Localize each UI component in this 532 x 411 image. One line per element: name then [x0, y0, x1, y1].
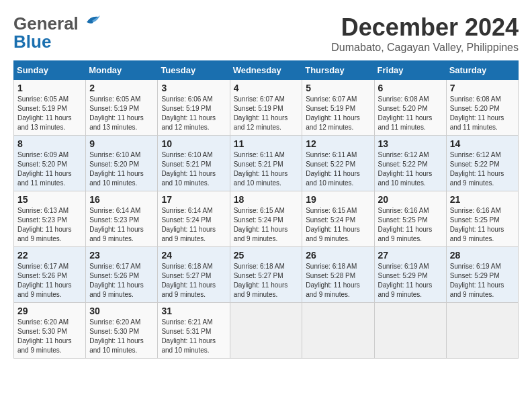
calendar-cell: 4Sunrise: 6:07 AM Sunset: 5:19 PM Daylig… — [230, 80, 302, 136]
day-info: Sunrise: 6:08 AM Sunset: 5:20 PM Dayligh… — [450, 95, 515, 132]
calendar-cell: 30Sunrise: 6:20 AM Sunset: 5:30 PM Dayli… — [86, 303, 158, 359]
day-number: 27 — [378, 250, 443, 261]
day-number: 24 — [161, 250, 226, 261]
subtitle: Dumabato, Cagayan Valley, Philippines — [331, 42, 519, 54]
day-info: Sunrise: 6:09 AM Sunset: 5:20 PM Dayligh… — [17, 150, 82, 188]
day-number: 19 — [306, 194, 370, 205]
calendar-cell: 13Sunrise: 6:12 AM Sunset: 5:22 PM Dayli… — [374, 136, 446, 191]
calendar-cell: 5Sunrise: 6:07 AM Sunset: 5:19 PM Daylig… — [302, 80, 374, 136]
day-number: 7 — [450, 83, 515, 93]
day-info: Sunrise: 6:20 AM Sunset: 5:30 PM Dayligh… — [17, 318, 82, 355]
calendar-week-row: 29Sunrise: 6:20 AM Sunset: 5:30 PM Dayli… — [14, 303, 519, 359]
calendar-day-header: Tuesday — [158, 61, 230, 80]
calendar-cell: 8Sunrise: 6:09 AM Sunset: 5:20 PM Daylig… — [14, 136, 86, 191]
page-header: General Blue December 2024 Dumabato, Cag… — [13, 13, 519, 54]
calendar-day-header: Thursday — [302, 61, 374, 80]
calendar-week-row: 15Sunrise: 6:13 AM Sunset: 5:23 PM Dayli… — [14, 191, 519, 247]
logo-blue-text: Blue — [13, 32, 51, 52]
calendar-cell: 27Sunrise: 6:19 AM Sunset: 5:29 PM Dayli… — [374, 247, 446, 303]
day-number: 29 — [17, 306, 82, 316]
calendar-cell: 11Sunrise: 6:11 AM Sunset: 5:21 PM Dayli… — [230, 136, 302, 191]
calendar-cell: 28Sunrise: 6:19 AM Sunset: 5:29 PM Dayli… — [446, 247, 518, 303]
day-number: 10 — [161, 138, 226, 149]
day-info: Sunrise: 6:14 AM Sunset: 5:23 PM Dayligh… — [89, 206, 154, 244]
day-number: 9 — [89, 138, 154, 149]
calendar-week-row: 22Sunrise: 6:17 AM Sunset: 5:26 PM Dayli… — [14, 247, 519, 303]
day-info: Sunrise: 6:17 AM Sunset: 5:26 PM Dayligh… — [89, 262, 154, 300]
calendar-cell — [230, 303, 302, 359]
calendar-day-header: Friday — [374, 61, 446, 80]
day-info: Sunrise: 6:15 AM Sunset: 5:24 PM Dayligh… — [306, 206, 370, 244]
calendar-cell: 14Sunrise: 6:12 AM Sunset: 5:22 PM Dayli… — [446, 136, 518, 191]
calendar-cell: 26Sunrise: 6:18 AM Sunset: 5:28 PM Dayli… — [302, 247, 374, 303]
day-info: Sunrise: 6:16 AM Sunset: 5:25 PM Dayligh… — [378, 206, 443, 244]
calendar-cell: 22Sunrise: 6:17 AM Sunset: 5:26 PM Dayli… — [14, 247, 86, 303]
calendar-header: SundayMondayTuesdayWednesdayThursdayFrid… — [14, 61, 519, 80]
day-number: 15 — [17, 194, 82, 205]
calendar-cell: 21Sunrise: 6:16 AM Sunset: 5:25 PM Dayli… — [446, 191, 518, 247]
day-info: Sunrise: 6:15 AM Sunset: 5:24 PM Dayligh… — [234, 206, 299, 244]
calendar-cell: 23Sunrise: 6:17 AM Sunset: 5:26 PM Dayli… — [86, 247, 158, 303]
day-number: 21 — [450, 194, 515, 205]
calendar-day-header: Saturday — [446, 61, 518, 80]
calendar-cell: 10Sunrise: 6:10 AM Sunset: 5:21 PM Dayli… — [158, 136, 230, 191]
day-info: Sunrise: 6:18 AM Sunset: 5:27 PM Dayligh… — [161, 262, 226, 300]
day-info: Sunrise: 6:20 AM Sunset: 5:30 PM Dayligh… — [89, 318, 154, 355]
calendar-cell — [374, 303, 446, 359]
calendar-cell: 29Sunrise: 6:20 AM Sunset: 5:30 PM Dayli… — [14, 303, 86, 359]
day-info: Sunrise: 6:11 AM Sunset: 5:22 PM Dayligh… — [306, 150, 370, 188]
calendar-cell: 3Sunrise: 6:06 AM Sunset: 5:19 PM Daylig… — [158, 80, 230, 136]
day-info: Sunrise: 6:12 AM Sunset: 5:22 PM Dayligh… — [450, 150, 515, 188]
day-number: 22 — [17, 250, 82, 261]
day-number: 31 — [161, 306, 226, 316]
day-number: 8 — [17, 138, 82, 149]
day-info: Sunrise: 6:10 AM Sunset: 5:20 PM Dayligh… — [89, 150, 154, 188]
day-info: Sunrise: 6:10 AM Sunset: 5:21 PM Dayligh… — [161, 150, 226, 188]
day-info: Sunrise: 6:17 AM Sunset: 5:26 PM Dayligh… — [17, 262, 82, 300]
calendar-cell — [446, 303, 518, 359]
day-info: Sunrise: 6:13 AM Sunset: 5:23 PM Dayligh… — [17, 206, 82, 244]
day-info: Sunrise: 6:19 AM Sunset: 5:29 PM Dayligh… — [378, 262, 443, 300]
day-number: 4 — [234, 83, 299, 93]
day-info: Sunrise: 6:06 AM Sunset: 5:19 PM Dayligh… — [161, 95, 226, 132]
calendar-cell: 15Sunrise: 6:13 AM Sunset: 5:23 PM Dayli… — [14, 191, 86, 247]
day-number: 11 — [234, 138, 299, 149]
day-info: Sunrise: 6:18 AM Sunset: 5:27 PM Dayligh… — [234, 262, 299, 300]
day-info: Sunrise: 6:08 AM Sunset: 5:20 PM Dayligh… — [378, 95, 443, 132]
day-info: Sunrise: 6:05 AM Sunset: 5:19 PM Dayligh… — [89, 95, 154, 132]
calendar-cell: 19Sunrise: 6:15 AM Sunset: 5:24 PM Dayli… — [302, 191, 374, 247]
logo: General Blue — [13, 13, 101, 52]
day-info: Sunrise: 6:12 AM Sunset: 5:22 PM Dayligh… — [378, 150, 443, 188]
day-info: Sunrise: 6:19 AM Sunset: 5:29 PM Dayligh… — [450, 262, 515, 300]
calendar-day-header: Monday — [86, 61, 158, 80]
day-info: Sunrise: 6:07 AM Sunset: 5:19 PM Dayligh… — [306, 95, 370, 132]
calendar-cell: 17Sunrise: 6:14 AM Sunset: 5:24 PM Dayli… — [158, 191, 230, 247]
day-number: 12 — [306, 138, 370, 149]
day-number: 14 — [450, 138, 515, 149]
day-number: 26 — [306, 250, 370, 261]
day-number: 23 — [89, 250, 154, 261]
day-info: Sunrise: 6:18 AM Sunset: 5:28 PM Dayligh… — [306, 262, 370, 300]
calendar-day-header: Sunday — [14, 61, 86, 80]
calendar-cell: 6Sunrise: 6:08 AM Sunset: 5:20 PM Daylig… — [374, 80, 446, 136]
calendar-cell: 7Sunrise: 6:08 AM Sunset: 5:20 PM Daylig… — [446, 80, 518, 136]
calendar-cell: 25Sunrise: 6:18 AM Sunset: 5:27 PM Dayli… — [230, 247, 302, 303]
calendar-cell — [302, 303, 374, 359]
day-info: Sunrise: 6:07 AM Sunset: 5:19 PM Dayligh… — [234, 95, 299, 132]
day-number: 2 — [89, 83, 154, 93]
day-number: 3 — [161, 83, 226, 93]
logo-bird-icon — [80, 14, 101, 29]
calendar-week-row: 8Sunrise: 6:09 AM Sunset: 5:20 PM Daylig… — [14, 136, 519, 191]
title-area: December 2024 Dumabato, Cagayan Valley, … — [331, 13, 519, 54]
main-title: December 2024 — [331, 13, 519, 42]
calendar-cell: 18Sunrise: 6:15 AM Sunset: 5:24 PM Dayli… — [230, 191, 302, 247]
day-info: Sunrise: 6:05 AM Sunset: 5:19 PM Dayligh… — [17, 95, 82, 132]
calendar-body: 1Sunrise: 6:05 AM Sunset: 5:19 PM Daylig… — [14, 80, 519, 359]
day-number: 16 — [89, 194, 154, 205]
day-number: 20 — [378, 194, 443, 205]
calendar-cell: 12Sunrise: 6:11 AM Sunset: 5:22 PM Dayli… — [302, 136, 374, 191]
day-number: 5 — [306, 83, 370, 93]
day-number: 6 — [378, 83, 443, 93]
day-number: 18 — [234, 194, 299, 205]
calendar-table: SundayMondayTuesdayWednesdayThursdayFrid… — [13, 60, 519, 359]
